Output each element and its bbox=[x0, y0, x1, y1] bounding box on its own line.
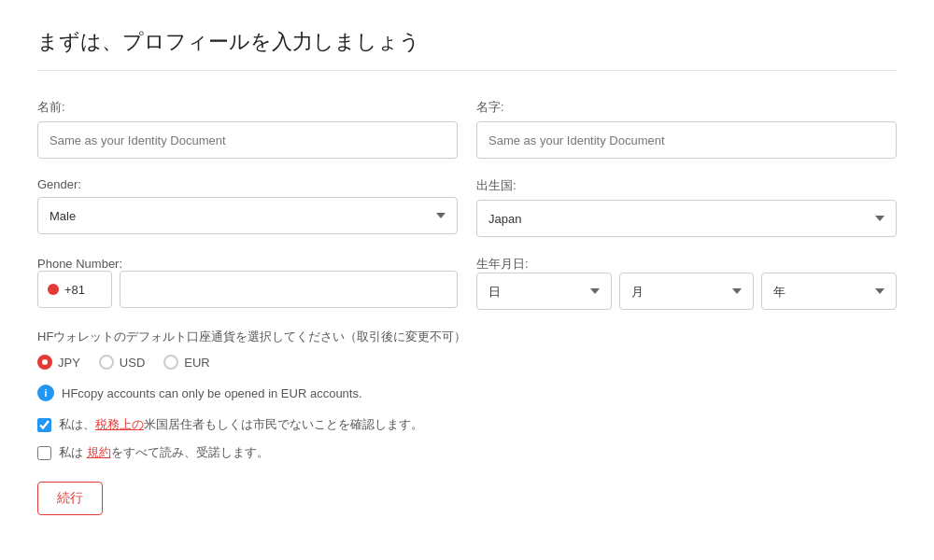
eur-radio[interactable] bbox=[163, 355, 178, 370]
hfcopy-notice: i HFcopy accounts can only be opened in … bbox=[37, 385, 897, 401]
gender-label: Gender: bbox=[37, 177, 458, 191]
country-label: 出生国: bbox=[476, 177, 897, 194]
name-row: 名前: 名字: bbox=[37, 99, 897, 159]
page-title: まずは、プロフィールを入力しましょう bbox=[37, 28, 897, 71]
usd-radio[interactable] bbox=[99, 355, 114, 370]
tax-text-1: 私は、 bbox=[59, 417, 95, 431]
usd-label: USD bbox=[120, 356, 145, 370]
submit-section: 続行 bbox=[37, 472, 897, 515]
terms-link[interactable]: 規約 bbox=[87, 445, 111, 459]
profile-form: 名前: 名字: Gender: Male Female 出生国: Japan U… bbox=[37, 99, 897, 515]
phone-input-wrapper: +81 bbox=[37, 271, 458, 308]
dob-year-select[interactable]: 年 bbox=[761, 273, 897, 310]
terms-checkbox-row: 私は 規約をすべて読み、受諾します。 bbox=[37, 444, 897, 461]
phone-code: +81 bbox=[64, 283, 85, 297]
dob-selects: 日 月 年 bbox=[476, 273, 897, 310]
last-name-group: 名字: bbox=[476, 99, 897, 159]
tax-text-2: 米国居住者もしくは市民でないことを確認します。 bbox=[144, 417, 423, 431]
dob-label: 生年月日: bbox=[476, 257, 529, 271]
jpy-radio[interactable] bbox=[37, 355, 52, 370]
currency-section: HFウォレットのデフォルト口座通貨を選択してください（取引後に変更不可） JPY… bbox=[37, 329, 897, 370]
phone-number-input[interactable] bbox=[120, 271, 458, 308]
country-select[interactable]: Japan United States United Kingdom bbox=[476, 200, 897, 237]
dob-group: 生年月日: 日 月 年 bbox=[476, 256, 897, 310]
terms-text-2: をすべて読み、受諾します。 bbox=[111, 445, 269, 459]
phone-group: Phone Number: +81 bbox=[37, 256, 458, 310]
last-name-label: 名字: bbox=[476, 99, 897, 116]
info-icon: i bbox=[37, 385, 54, 401]
eur-option[interactable]: EUR bbox=[163, 355, 209, 370]
hfcopy-notice-text: HFcopy accounts can only be opened in EU… bbox=[62, 386, 362, 400]
terms-text-1: 私は bbox=[59, 445, 87, 459]
first-name-group: 名前: bbox=[37, 99, 458, 159]
terms-checkbox[interactable] bbox=[37, 446, 51, 460]
currency-options: JPY USD EUR bbox=[37, 355, 897, 370]
dob-month-select[interactable]: 月 bbox=[619, 273, 755, 310]
tax-link[interactable]: 税務上の bbox=[95, 417, 144, 431]
eur-label: EUR bbox=[184, 356, 209, 370]
phone-dob-row: Phone Number: +81 生年月日: 日 月 年 bbox=[37, 256, 897, 310]
gender-country-row: Gender: Male Female 出生国: Japan United St… bbox=[37, 177, 897, 237]
gender-select[interactable]: Male Female bbox=[37, 197, 458, 234]
phone-label: Phone Number: bbox=[37, 257, 122, 271]
dob-day-select[interactable]: 日 bbox=[476, 273, 612, 310]
usd-option[interactable]: USD bbox=[99, 355, 145, 370]
japan-flag-icon bbox=[48, 284, 59, 295]
currency-label: HFウォレットのデフォルト口座通貨を選択してください（取引後に変更不可） bbox=[37, 329, 897, 345]
last-name-input[interactable] bbox=[476, 121, 897, 159]
terms-checkbox-label: 私は 規約をすべて読み、受諾します。 bbox=[59, 444, 269, 461]
country-group: 出生国: Japan United States United Kingdom bbox=[476, 177, 897, 237]
jpy-label: JPY bbox=[58, 356, 80, 370]
phone-country-selector[interactable]: +81 bbox=[37, 271, 112, 308]
first-name-label: 名前: bbox=[37, 99, 458, 116]
jpy-option[interactable]: JPY bbox=[37, 355, 80, 370]
tax-checkbox-label: 私は、税務上の米国居住者もしくは市民でないことを確認します。 bbox=[59, 416, 423, 433]
tax-checkbox-row: 私は、税務上の米国居住者もしくは市民でないことを確認します。 bbox=[37, 416, 897, 433]
gender-group: Gender: Male Female bbox=[37, 177, 458, 237]
submit-button[interactable]: 続行 bbox=[37, 482, 103, 515]
first-name-input[interactable] bbox=[37, 121, 458, 159]
tax-checkbox[interactable] bbox=[37, 418, 51, 432]
